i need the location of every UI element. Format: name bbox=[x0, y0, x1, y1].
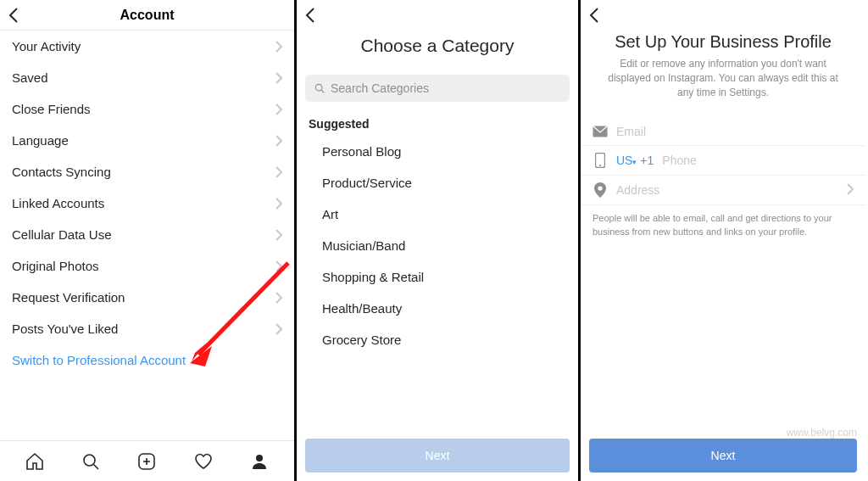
row-saved[interactable]: Saved bbox=[0, 62, 294, 93]
suggested-heading: Suggested bbox=[297, 112, 578, 136]
panel3-header bbox=[581, 0, 865, 24]
profile-note: People will be able to email, call and g… bbox=[581, 205, 865, 245]
row-label: Language bbox=[12, 133, 69, 148]
category-item[interactable]: Personal Blog bbox=[297, 136, 578, 167]
business-profile-panel: Set Up Your Business Profile Edit or rem… bbox=[581, 0, 865, 481]
row-label: Close Friends bbox=[12, 102, 91, 116]
panel1-header: Account bbox=[0, 0, 294, 31]
row-posts-youve-liked[interactable]: Posts You've Liked bbox=[0, 313, 294, 344]
category-item[interactable]: Health/Beauty bbox=[297, 293, 578, 324]
chevron-right-icon bbox=[275, 41, 282, 53]
row-label: Contacts Syncing bbox=[12, 165, 111, 179]
back-icon[interactable] bbox=[589, 7, 857, 24]
row-label: Saved bbox=[12, 70, 48, 85]
search-icon bbox=[314, 82, 326, 94]
svg-point-0 bbox=[84, 455, 95, 466]
chevron-right-icon bbox=[275, 229, 282, 241]
panel2-header bbox=[297, 0, 578, 24]
row-cellular-data-use[interactable]: Cellular Data Use bbox=[0, 219, 294, 250]
svg-line-9 bbox=[321, 90, 324, 92]
category-item[interactable]: Grocery Store bbox=[297, 324, 578, 355]
category-item[interactable]: Shopping & Retail bbox=[297, 261, 578, 293]
row-linked-accounts[interactable]: Linked Accounts bbox=[0, 187, 294, 219]
row-request-verification[interactable]: Request Verification bbox=[0, 282, 294, 313]
chevron-right-icon bbox=[275, 292, 282, 304]
row-label: Your Activity bbox=[12, 39, 81, 53]
phone-placeholder: Phone bbox=[662, 154, 696, 167]
svg-point-13 bbox=[598, 187, 602, 191]
phone-country-selector[interactable]: US▾ +1 bbox=[616, 154, 654, 167]
account-list: Your Activity Saved Close Friends Langua… bbox=[0, 31, 294, 440]
watermark: www.belvg.com bbox=[787, 427, 857, 439]
activity-heart-icon[interactable] bbox=[191, 449, 216, 474]
row-your-activity[interactable]: Your Activity bbox=[0, 31, 294, 62]
bottom-tabbar bbox=[0, 440, 294, 481]
chevron-right-icon bbox=[275, 135, 282, 147]
svg-point-5 bbox=[256, 455, 263, 461]
address-placeholder: Address bbox=[616, 183, 659, 197]
chevron-right-icon bbox=[275, 103, 282, 115]
category-item[interactable]: Product/Service bbox=[297, 167, 578, 199]
home-icon[interactable] bbox=[22, 449, 47, 474]
row-original-photos[interactable]: Original Photos bbox=[0, 250, 294, 282]
row-label: Linked Accounts bbox=[12, 196, 104, 210]
row-label: Posts You've Liked bbox=[12, 322, 118, 336]
phone-icon bbox=[593, 153, 608, 168]
category-item[interactable]: Art bbox=[297, 199, 578, 230]
category-search-input[interactable]: Search Categories bbox=[305, 75, 570, 102]
panel3-title: Set Up Your Business Profile bbox=[581, 24, 865, 57]
next-button[interactable]: Next bbox=[589, 439, 857, 473]
account-settings-panel: Account Your Activity Saved Close Friend… bbox=[0, 0, 297, 481]
svg-point-12 bbox=[599, 165, 601, 166]
svg-line-1 bbox=[94, 464, 99, 469]
panel2-title: Choose a Category bbox=[297, 24, 578, 75]
switch-professional-link[interactable]: Switch to Professional Account bbox=[0, 344, 294, 376]
back-icon[interactable] bbox=[305, 7, 570, 24]
row-language[interactable]: Language bbox=[0, 125, 294, 156]
row-contacts-syncing[interactable]: Contacts Syncing bbox=[0, 156, 294, 187]
chevron-right-icon bbox=[275, 198, 282, 210]
back-icon[interactable] bbox=[8, 7, 19, 24]
profile-icon[interactable] bbox=[247, 449, 272, 474]
next-button[interactable]: Next bbox=[305, 439, 570, 473]
chevron-right-icon bbox=[275, 323, 282, 335]
svg-point-8 bbox=[315, 84, 322, 91]
panel3-subtitle: Edit or remove any information you don't… bbox=[581, 57, 865, 118]
choose-category-panel: Choose a Category Search Categories Sugg… bbox=[297, 0, 581, 481]
email-field[interactable]: Email bbox=[581, 118, 865, 146]
phone-field[interactable]: US▾ +1 Phone bbox=[581, 146, 865, 176]
row-label: Request Verification bbox=[12, 290, 125, 305]
category-list: Personal Blog Product/Service Art Musici… bbox=[297, 136, 578, 439]
chevron-right-icon bbox=[275, 166, 282, 178]
email-placeholder: Email bbox=[616, 125, 646, 138]
chevron-right-icon bbox=[275, 72, 282, 84]
email-icon bbox=[593, 126, 608, 137]
row-label: Cellular Data Use bbox=[12, 227, 112, 242]
chevron-right-icon bbox=[847, 183, 854, 198]
chevron-right-icon bbox=[275, 260, 282, 272]
row-label: Original Photos bbox=[12, 259, 99, 273]
address-field[interactable]: Address bbox=[581, 176, 865, 205]
page-title: Account bbox=[120, 8, 175, 23]
new-post-icon[interactable] bbox=[134, 449, 159, 474]
category-item[interactable]: Musician/Band bbox=[297, 230, 578, 261]
search-placeholder: Search Categories bbox=[331, 81, 429, 95]
location-pin-icon bbox=[593, 182, 608, 198]
search-icon[interactable] bbox=[78, 449, 103, 474]
row-close-friends[interactable]: Close Friends bbox=[0, 93, 294, 125]
